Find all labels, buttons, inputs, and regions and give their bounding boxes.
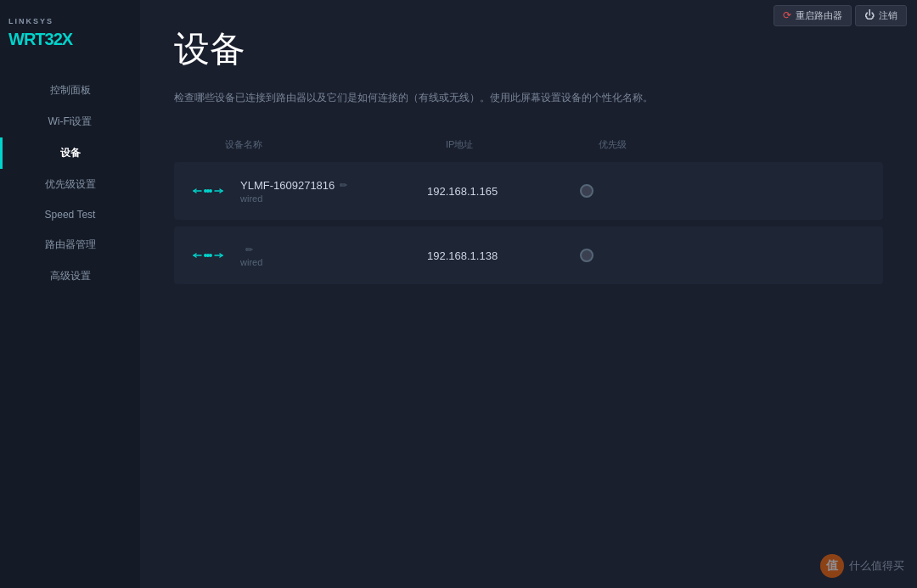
- sidebar-item-advanced[interactable]: 高级设置: [0, 260, 140, 292]
- svg-point-8: [207, 255, 209, 256]
- col-header-name: 设备名称: [225, 138, 446, 151]
- svg-point-7: [205, 255, 206, 256]
- nav-menu: 控制面板 Wi-Fi设置 设备 优先级设置 Speed Test 路由器管理 高…: [0, 75, 140, 292]
- device-connection-type: wired: [240, 257, 427, 267]
- sidebar-item-dashboard[interactable]: 控制面板: [0, 75, 140, 106]
- priority-toggle[interactable]: [580, 249, 594, 262]
- col-header-priority: 优先级: [599, 138, 684, 151]
- svg-point-9: [210, 255, 211, 256]
- device-info: YLMF-1609271816 ✏ wired: [240, 179, 427, 204]
- brand-wrt: WRT32X: [8, 25, 72, 49]
- table-header: 设备名称 IP地址 优先级: [174, 132, 883, 158]
- brand-linksys: LINKSYS: [8, 17, 53, 25]
- main-content: 设备 检查哪些设备已连接到路由器以及它们是如何连接的（有线或无线）。使用此屏幕设…: [140, 0, 917, 588]
- page-description: 检查哪些设备已连接到路由器以及它们是如何连接的（有线或无线）。使用此屏幕设置设备…: [174, 90, 883, 106]
- devices-table: 设备名称 IP地址 优先级: [174, 132, 883, 284]
- sidebar-item-devices[interactable]: 设备: [0, 137, 140, 169]
- priority-toggle[interactable]: [580, 184, 594, 198]
- device-icon: [191, 243, 225, 268]
- col-header-ip: IP地址: [446, 138, 599, 151]
- watermark-icon: 值: [820, 554, 844, 578]
- edit-icon[interactable]: ✏: [340, 180, 347, 191]
- page-title: 设备: [174, 25, 883, 73]
- table-row: YLMF-1609271816 ✏ wired 192.168.1.165: [174, 162, 883, 220]
- table-row: ✏ wired 192.168.1.138: [174, 227, 883, 284]
- logout-label: 注销: [879, 9, 897, 22]
- edit-icon[interactable]: ✏: [245, 244, 253, 255]
- watermark-text: 什么值得买: [849, 558, 904, 574]
- sidebar-item-wifi[interactable]: Wi-Fi设置: [0, 106, 140, 137]
- sidebar-item-router-admin[interactable]: 路由器管理: [0, 229, 140, 260]
- device-icon: [191, 178, 225, 204]
- reboot-button[interactable]: ⟳ 重启路由器: [774, 5, 852, 26]
- device-ip: 192.168.1.165: [427, 185, 580, 198]
- device-info: ✏ wired: [240, 244, 427, 267]
- svg-point-4: [210, 190, 211, 192]
- watermark: 值 什么值得买: [820, 554, 904, 578]
- sidebar: LINKSYS WRT32X 控制面板 Wi-Fi设置 设备 优先级设置 Spe…: [0, 0, 140, 588]
- logout-icon: ⏻: [864, 9, 875, 21]
- device-ip: 192.168.1.138: [427, 249, 580, 262]
- logout-button[interactable]: ⏻ 注销: [855, 5, 907, 26]
- device-name: YLMF-1609271816 ✏: [240, 179, 427, 192]
- reboot-label: 重启路由器: [796, 9, 842, 22]
- reboot-icon: ⟳: [783, 9, 791, 21]
- top-bar: ⟳ 重启路由器 ⏻ 注销: [763, 0, 917, 31]
- device-name: ✏: [240, 244, 427, 255]
- device-connection-type: wired: [240, 193, 427, 204]
- logo-area: LINKSYS WRT32X: [0, 17, 140, 49]
- sidebar-item-priority[interactable]: 优先级设置: [0, 169, 140, 200]
- svg-point-2: [205, 190, 206, 192]
- svg-point-3: [207, 190, 209, 192]
- sidebar-item-speedtest[interactable]: Speed Test: [0, 200, 140, 229]
